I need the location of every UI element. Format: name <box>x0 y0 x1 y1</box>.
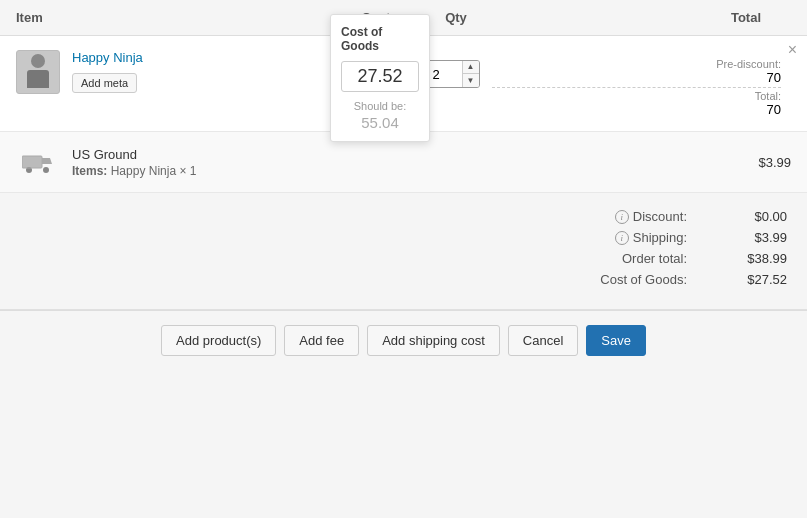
shipping-items-label: Items: <box>72 164 107 178</box>
cog-popup-title: Cost of Goods <box>341 25 419 53</box>
product-thumbnail <box>16 50 60 94</box>
add-fee-button[interactable]: Add fee <box>284 325 359 356</box>
cog-popup: Cost of Goods 27.52 Should be: 55.04 <box>330 14 430 142</box>
qty-spin-up[interactable]: ▲ <box>463 61 479 74</box>
total-value: 70 <box>492 102 781 117</box>
qty-input[interactable] <box>426 61 462 87</box>
order-total-row: Order total: $38.99 <box>20 251 787 266</box>
shipping-summary-value: $3.99 <box>707 230 787 245</box>
close-row-button[interactable]: × <box>788 42 797 58</box>
svg-rect-0 <box>22 156 42 168</box>
svg-marker-1 <box>42 158 52 164</box>
add-shipping-button[interactable]: Add shipping cost <box>367 325 500 356</box>
cog-summary-label: Cost of Goods: <box>600 272 687 287</box>
product-info: Happy Ninja Add meta <box>72 50 232 93</box>
svg-point-3 <box>43 167 49 173</box>
product-total-cell: Pre-discount: 70 Total: 70 <box>492 50 791 117</box>
shipping-items-value: Happy Ninja × 1 <box>111 164 197 178</box>
cog-popup-value: 27.52 <box>341 61 419 92</box>
col-item-header: Item <box>16 10 236 25</box>
cog-should-be-value: 55.04 <box>341 114 419 131</box>
person-icon <box>24 54 52 90</box>
discount-info-icon[interactable]: i <box>615 210 629 224</box>
thumb-head <box>31 54 45 68</box>
product-link[interactable]: Happy Ninja <box>72 50 143 65</box>
qty-input-wrap[interactable]: ▲ ▼ <box>425 60 480 88</box>
cancel-button[interactable]: Cancel <box>508 325 578 356</box>
discount-label: i Discount: <box>615 209 687 224</box>
thumb-body <box>27 70 49 88</box>
shipping-cost: $3.99 <box>758 155 791 170</box>
shipping-summary-row: i Shipping: $3.99 <box>20 230 787 245</box>
shipping-items: Items: Happy Ninja × 1 <box>72 164 758 178</box>
summary-section: i Discount: $0.00 i Shipping: $3.99 Orde… <box>0 193 807 310</box>
pre-discount-label: Pre-discount: <box>492 58 781 70</box>
cog-summary-row: Cost of Goods: $27.52 <box>20 272 787 287</box>
qty-spin-down[interactable]: ▼ <box>463 74 479 87</box>
order-total-value: $38.99 <box>707 251 787 266</box>
main-container: Item Cost Qty Total Happy Ninja Add meta <box>0 0 807 518</box>
add-product-button[interactable]: Add product(s) <box>161 325 276 356</box>
cog-should-be-label: Should be: <box>341 100 419 112</box>
total-label: Total: <box>492 90 781 102</box>
truck-svg <box>22 150 54 174</box>
shipping-icon <box>16 144 60 180</box>
shipping-info-icon[interactable]: i <box>615 231 629 245</box>
shipping-name: US Ground <box>72 147 758 162</box>
order-total-label: Order total: <box>622 251 687 266</box>
shipping-info: US Ground Items: Happy Ninja × 1 <box>72 147 758 178</box>
add-meta-button[interactable]: Add meta <box>72 73 137 93</box>
col-total-header: Total <box>496 10 791 25</box>
save-button[interactable]: Save <box>586 325 646 356</box>
pre-discount-value: 70 <box>492 70 781 88</box>
footer-bar: Add product(s) Add fee Add shipping cost… <box>0 310 807 370</box>
cog-summary-value: $27.52 <box>707 272 787 287</box>
discount-value: $0.00 <box>707 209 787 224</box>
discount-row: i Discount: $0.00 <box>20 209 787 224</box>
shipping-summary-label: i Shipping: <box>615 230 687 245</box>
qty-spinners: ▲ ▼ <box>462 61 479 87</box>
